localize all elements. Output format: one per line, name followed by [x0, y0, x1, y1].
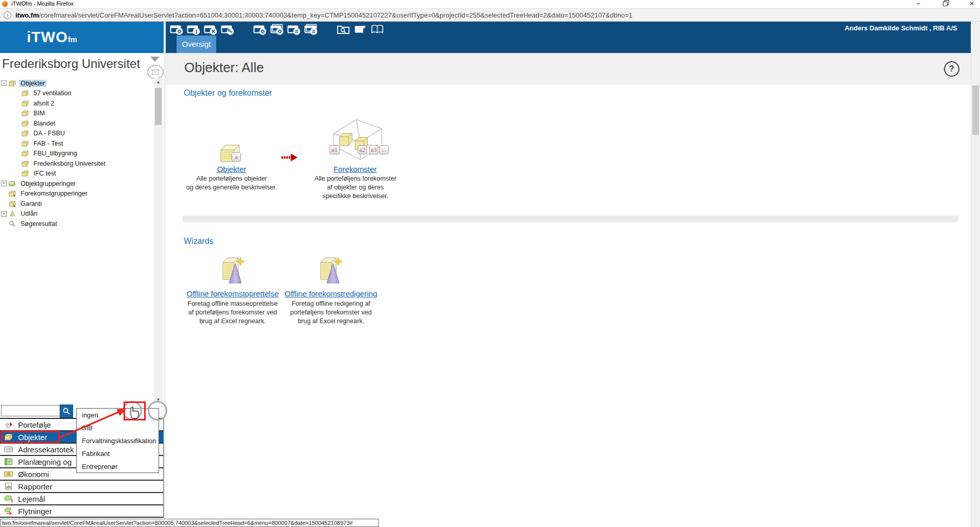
- portfolio-name: Frederiksborg Universitet: [2, 57, 145, 71]
- address-bar[interactable]: i itwo.fm/corefmareal/servlet/CoreFMArea…: [0, 8, 980, 22]
- browser-titlebar: iTWOfm - Mozilla Firefox – ×: [0, 0, 980, 8]
- tree-scrollbar-thumb[interactable]: [155, 88, 162, 125]
- main-toolbar: I: [170, 24, 384, 35]
- page-scrollbar[interactable]: [971, 22, 980, 527]
- itwo-fm-logo: iTWOfm: [27, 29, 77, 46]
- plus-expander-icon[interactable]: +: [1, 181, 7, 186]
- browser-window: iTWOfm - Mozilla Firefox – × i itwo.fm/c…: [0, 0, 980, 527]
- menu-item-label: Flytninger: [18, 507, 52, 516]
- app-header-band: I Anders Damkilde Schmidt , RIB A/S Over…: [166, 22, 971, 53]
- objekter-link[interactable]: Objekter: [186, 165, 277, 173]
- plus-expander-icon[interactable]: +: [1, 211, 7, 217]
- help-icon[interactable]: ?: [944, 61, 959, 77]
- forekomster-description: Alle porteføljens forekomsteraf objekter…: [308, 174, 403, 201]
- menu-item-lejemål[interactable]: $Lejemål: [0, 492, 163, 504]
- tree-scrollbar[interactable]: ▲ ▼: [154, 78, 163, 403]
- tree-item-søgeresultat[interactable]: Søgeresultat: [0, 219, 153, 229]
- tab-oversigt[interactable]: Oversigt: [177, 36, 216, 53]
- tree-item-fab-test[interactable]: FAB - Test: [0, 138, 153, 149]
- window-close-icon[interactable]: [204, 24, 217, 35]
- search-result-icon: [8, 220, 17, 227]
- tree-item-udlån[interactable]: +Udlån: [0, 209, 153, 219]
- tree-item-label: Blandet: [32, 120, 57, 127]
- folder-search-icon[interactable]: [337, 24, 350, 35]
- content-header: Objekter: Alle ?: [166, 53, 971, 85]
- menu-item-rapporter[interactable]: Rapporter: [0, 480, 163, 492]
- window-info-icon[interactable]: I: [187, 24, 200, 35]
- tree-item-bim[interactable]: BIM: [0, 109, 153, 119]
- window-list-icon[interactable]: [287, 24, 301, 35]
- offline-forekomstoprettelse-link[interactable]: Offline forekomstoprettelse: [184, 289, 281, 298]
- tree-item-57-ventilation[interactable]: 57 ventilation: [0, 89, 153, 99]
- tree-item-garanti[interactable]: Garanti: [0, 199, 153, 209]
- reports-chart-icon: [4, 482, 13, 490]
- folder-icon: [21, 100, 30, 107]
- logged-in-user: Anders Damkilde Schmidt , RIB A/S: [845, 24, 957, 32]
- address-card-icon: [4, 445, 13, 453]
- tree-item-label: Frederiksborg Universitet: [32, 160, 107, 167]
- collapse-panel-icon[interactable]: [150, 57, 160, 62]
- objekter-description: Alle porteføljens objekterog deres gener…: [176, 174, 287, 192]
- tree-item-label: Objektgrupperinger: [19, 180, 77, 187]
- wizard-icon: [318, 256, 343, 286]
- search-input[interactable]: [1, 405, 62, 416]
- tree-item-frederiksborg-universitet[interactable]: Frederiksborg Universitet: [0, 159, 153, 169]
- svg-text:$: $: [11, 498, 13, 503]
- tree-item-fbu-tilbygning[interactable]: FBU_tilbygning: [0, 149, 153, 159]
- firefox-icon: [2, 1, 8, 7]
- envelope-icon[interactable]: [147, 65, 164, 79]
- planning-book-icon: [4, 458, 13, 466]
- menu-item-label: Økonomi: [18, 470, 49, 479]
- annotation-red-arrow: [57, 405, 131, 442]
- logo-sub-text: fm: [68, 35, 77, 44]
- occurrence-badge-: ...: [379, 145, 389, 154]
- site-info-icon[interactable]: i: [4, 11, 11, 19]
- folder-icon: [21, 110, 30, 117]
- url-domain: itwo.fm: [15, 11, 39, 19]
- section-title-wizards: Wizards: [184, 237, 214, 246]
- forekomster-link[interactable]: Forekomster: [309, 165, 401, 173]
- annotation-red-box-objekter: [1, 431, 60, 443]
- object-a-badge: a: [232, 152, 241, 162]
- dropdown-option-fabrikant[interactable]: Fabrikant: [77, 447, 159, 460]
- tree-item-label: BIM: [32, 110, 46, 117]
- menu-item-label: Lejemål: [18, 495, 45, 503]
- scroll-up-icon[interactable]: ▲: [154, 78, 163, 86]
- tree-item-objektgrupperinger[interactable]: +Objektgrupperinger: [0, 179, 153, 189]
- portfolio-seal-icon: [4, 420, 13, 429]
- minimize-button[interactable]: –: [914, 0, 922, 8]
- status-bar-link: two.fm/corefmareal/servlet/CoreFMArealUs…: [0, 519, 379, 527]
- restore-button[interactable]: [942, 0, 950, 8]
- tree-item-label: Objekter: [19, 80, 46, 87]
- windows-stack-gear-icon[interactable]: [270, 24, 284, 35]
- logo-main-text: iTWO: [27, 29, 68, 45]
- sidebar-main-divider: [164, 22, 166, 527]
- window-gear-icon[interactable]: [253, 24, 267, 35]
- window-list-new-icon[interactable]: [304, 24, 318, 35]
- folder-icon: [21, 140, 30, 147]
- url-text: itwo.fm/corefmareal/servlet/CoreFMArealU…: [15, 11, 633, 19]
- menu-item-label: Planlægning og: [18, 458, 72, 466]
- handbook-icon[interactable]: [371, 24, 384, 35]
- economy-money-icon: $: [4, 470, 13, 478]
- url-path: /corefmareal/servlet/CoreFMArealUserServ…: [39, 11, 633, 19]
- tree-item-da-fsbu[interactable]: DA - FSBU: [0, 129, 153, 139]
- dropdown-option-entreprenør[interactable]: Entreprenør: [77, 460, 159, 473]
- tree-item-ifc-test[interactable]: IFC test: [0, 169, 153, 179]
- menu-item-flytninger[interactable]: Flytninger: [0, 504, 163, 517]
- tree-item-forekomstgrupperinger[interactable]: Forekomstgrupperinger: [0, 189, 153, 199]
- tree-item-blandet[interactable]: Blandet: [0, 118, 153, 129]
- window-settings-icon[interactable]: [170, 24, 183, 35]
- close-button[interactable]: ×: [968, 0, 976, 8]
- occurrence-badge-a2: a2: [358, 145, 367, 154]
- folder-icon: [21, 160, 30, 167]
- window-star-icon[interactable]: [354, 24, 367, 35]
- page-scrollbar-thumb[interactable]: [972, 85, 979, 135]
- tree-item-afsnit-2[interactable]: afsnit 2: [0, 98, 153, 109]
- tree-item-objekter[interactable]: −Objekter: [0, 78, 153, 89]
- window-key-icon[interactable]: [221, 24, 234, 35]
- folder-icon: [21, 120, 30, 127]
- minus-expander-icon[interactable]: −: [1, 80, 7, 86]
- tree-item-label: Søgeresultat: [19, 220, 59, 227]
- offline-forekomstredigering-link[interactable]: Offline forekomstredigering: [283, 289, 379, 298]
